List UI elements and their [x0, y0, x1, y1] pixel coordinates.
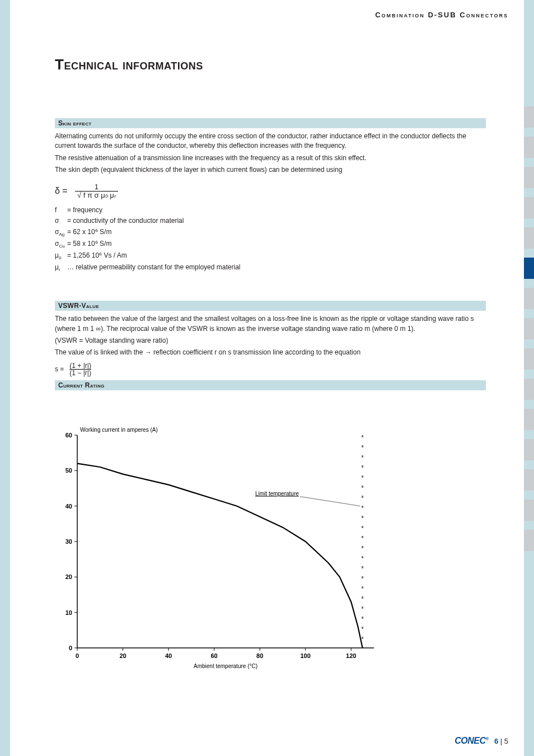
section-tab[interactable] — [524, 439, 534, 460]
formula-den: √ f π σ μ₀ μᵣ — [75, 191, 118, 199]
formula-fraction: 1 √ f π σ μ₀ μᵣ — [75, 183, 118, 200]
section-tab[interactable] — [524, 409, 534, 430]
svg-text:40: 40 — [165, 652, 172, 659]
section-tab[interactable] — [524, 469, 534, 491]
svg-text:80: 80 — [256, 652, 263, 659]
def-row: σ= conductivity of the conductor materia… — [55, 216, 486, 226]
current-rating-chart: 0102030405060020406080100120Working curr… — [49, 424, 385, 670]
category-text: Combination D-SUB Connectors — [375, 11, 508, 19]
vswr-formula: s = (1 + |r|) (1 − |r|) — [55, 362, 486, 377]
symbol-definitions: f= frequency σ= conductivity of the cond… — [55, 205, 486, 274]
svg-text:60: 60 — [210, 652, 217, 659]
section-skin-effect: Skin effect — [55, 118, 486, 128]
svg-text:Ambient temperature (°C): Ambient temperature (°C) — [194, 663, 257, 669]
vswr-p3: The value of is linked with the → reflec… — [55, 348, 486, 357]
svg-text:Limit temperature: Limit temperature — [255, 491, 299, 497]
section-tab[interactable] — [524, 167, 534, 188]
svg-text:20: 20 — [65, 573, 72, 580]
svg-text:Working current in amperes (A): Working current in amperes (A) — [80, 427, 158, 433]
vswr-fraction: (1 + |r|) (1 − |r|) — [69, 362, 91, 377]
def-row: f= frequency — [55, 205, 486, 216]
svg-text:0: 0 — [69, 645, 72, 651]
svg-text:120: 120 — [346, 652, 356, 659]
section-current-rating: Current Rating — [55, 380, 486, 390]
section-tab[interactable] — [524, 379, 534, 400]
def-row: μr… relative permeability constant for t… — [55, 262, 486, 274]
page-title: Technical informations — [55, 56, 486, 73]
def-row: σCu= 58 x 10⁶ S/m — [55, 239, 486, 250]
formula-num: 1 — [75, 183, 118, 191]
brand-logo: CONEC® — [455, 736, 489, 746]
section-tabs — [524, 106, 534, 551]
skin-depth-formula: δ = 1 √ f π σ μ₀ μᵣ — [55, 183, 486, 200]
vswr-num: (1 + |r|) — [69, 362, 91, 370]
section-tab[interactable] — [524, 530, 534, 551]
section-tab[interactable] — [524, 137, 534, 158]
footer: CONEC® 6 | 5 — [455, 736, 508, 746]
svg-text:0: 0 — [76, 652, 79, 659]
section-vswr: VSWR-Value — [55, 301, 486, 311]
page-number: 6 | 5 — [494, 737, 508, 745]
section-tab[interactable] — [524, 288, 534, 309]
category-header: Combination D-SUB Connectors — [10, 0, 524, 29]
section-tab[interactable] — [524, 258, 534, 279]
section-tab[interactable] — [524, 106, 534, 128]
svg-text:60: 60 — [65, 432, 72, 438]
svg-text:30: 30 — [65, 538, 72, 545]
formula-lhs: δ = — [55, 186, 68, 195]
skin-p2: The resistive attenuation of a transmiss… — [55, 153, 486, 163]
def-row: σAg= 62 x 10⁶ S/m — [55, 227, 486, 239]
vswr-p2: (VSWR = Voltage standing ware ratio) — [55, 336, 486, 346]
def-row: μ0= 1,256 10⁶ Vs / Am — [55, 250, 486, 262]
svg-text:100: 100 — [301, 652, 311, 659]
svg-text:20: 20 — [119, 652, 126, 659]
section-tab[interactable] — [524, 318, 534, 339]
section-tab[interactable] — [524, 500, 534, 521]
section-tab[interactable] — [524, 197, 534, 218]
svg-text:40: 40 — [65, 503, 72, 510]
section-tab[interactable] — [524, 348, 534, 370]
svg-text:10: 10 — [65, 609, 72, 616]
arrow-icon: → — [145, 348, 152, 356]
vswr-p1: The ratio between the value of the large… — [55, 314, 486, 334]
section-tab[interactable] — [524, 227, 534, 249]
skin-p3: The skin depth (equivalent thickness of … — [55, 165, 486, 175]
vswr-den: (1 − |r|) — [69, 369, 91, 377]
main-content: Technical informations Skin effect Alter… — [55, 56, 486, 670]
skin-p1: Alternating currents do not uniformly oc… — [55, 132, 486, 151]
svg-line-34 — [300, 497, 360, 506]
svg-text:50: 50 — [65, 467, 72, 474]
vswr-lhs: s = — [55, 365, 64, 373]
